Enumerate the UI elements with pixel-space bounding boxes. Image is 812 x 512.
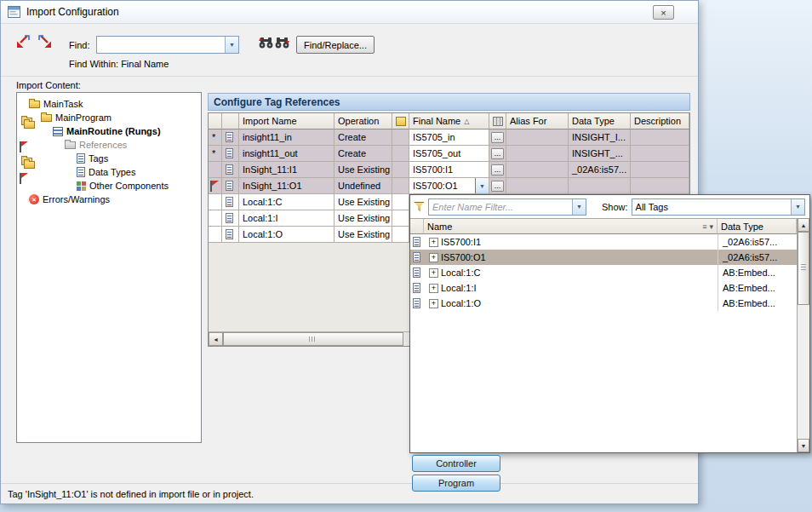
toolbar-separator [1, 76, 698, 77]
cell-description[interactable] [631, 146, 689, 162]
scrollbar-thumb[interactable] [223, 332, 403, 346]
tag-row[interactable]: * insight11_in Create IS5705_in ... INSI… [209, 129, 689, 146]
cell-alias-for[interactable] [506, 178, 569, 194]
cell-operation[interactable]: Use Existing [335, 194, 392, 210]
tag-browser-row[interactable]: +Local:1:C AB:Embed... [410, 265, 797, 280]
column-data-type[interactable]: Data Type [569, 113, 631, 129]
tree-item-data-types[interactable]: Data Types [17, 165, 201, 179]
status-bar: Tag 'InSight_11:O1' is not defined in im… [1, 483, 698, 503]
cell-import-name[interactable]: InSight_11:O1 [239, 178, 335, 194]
tag-browser-row[interactable]: +Local:1:O AB:Embed... [410, 296, 797, 311]
scroll-down-icon[interactable] [798, 439, 809, 452]
tree-item-errors-warnings[interactable]: Errors/Warnings [17, 193, 201, 206]
expand-icon[interactable]: + [429, 268, 438, 278]
expand-icon[interactable]: + [429, 253, 438, 262]
tree-item-references[interactable]: References [17, 138, 201, 152]
cell-alias-for[interactable] [506, 129, 569, 146]
cell-import-name[interactable]: insight11_in [239, 129, 335, 146]
browse-button[interactable]: ... [491, 164, 504, 175]
cell-operation[interactable]: Use Existing [335, 162, 392, 178]
scroll-up-icon[interactable] [798, 218, 809, 232]
cell-final-name[interactable]: IS5700:I1 [409, 162, 489, 178]
column-operation[interactable]: Operation [335, 113, 392, 129]
tag-row-with-error[interactable]: InSight_11:O1 Undefined IS5700:O1 ... [209, 178, 689, 194]
controller-button[interactable]: Controller [412, 455, 500, 472]
expand-icon[interactable]: + [429, 299, 438, 308]
tag-row[interactable]: * insight11_out Create IS5705_out ... IN… [209, 146, 689, 162]
tag-browser-row[interactable]: +IS5700:I1 _02A6:is57... [410, 234, 797, 250]
tag-list-header: Name ≡ ▾ Data Type [410, 219, 797, 234]
tree-item-other-components[interactable]: Other Components [17, 179, 201, 193]
cell-final-name[interactable]: IS5705_in [409, 129, 489, 146]
find-previous-icon[interactable] [259, 36, 273, 49]
tag-browser-row[interactable]: +Local:1:I AB:Embed... [410, 280, 797, 296]
tree-item-mainprogram[interactable]: MainProgram [17, 111, 201, 124]
column-final-name[interactable]: Final Name △ [409, 113, 489, 129]
column-description[interactable]: Description [631, 113, 689, 129]
cell-description[interactable] [631, 162, 689, 178]
find-input[interactable] [97, 40, 225, 50]
program-button[interactable]: Program [412, 475, 500, 492]
column-name[interactable]: Name ≡ ▾ [424, 219, 718, 234]
final-name-combobox[interactable]: IS5700:O1 [409, 178, 489, 194]
column-options-icon[interactable]: ≡ [702, 222, 706, 231]
cell-alias-for[interactable] [506, 146, 569, 162]
cell-data-type[interactable] [569, 178, 631, 194]
cell-import-name[interactable]: Local:1:C [239, 194, 335, 210]
cell-description[interactable] [631, 178, 689, 194]
browse-button[interactable]: ... [491, 181, 504, 192]
cell-import-name[interactable]: Local:1:O [239, 227, 335, 243]
show-dropdown-arrow-icon[interactable] [791, 199, 804, 215]
tag-icon [226, 164, 233, 175]
cell-operation[interactable]: Create [335, 129, 392, 146]
browse-button[interactable]: ... [491, 148, 504, 159]
browse-column-icon [493, 117, 503, 126]
cell-alias-for[interactable] [506, 162, 569, 178]
show-combobox[interactable]: All Tags [632, 198, 805, 216]
cell-description[interactable] [631, 129, 689, 146]
expand-icon[interactable]: + [429, 238, 438, 247]
cell-operation[interactable]: Use Existing [335, 227, 392, 243]
error-flag-icon [209, 181, 219, 192]
tree-item-maintask[interactable]: MainTask [17, 97, 201, 111]
cell-import-name[interactable]: insight11_out [239, 146, 335, 162]
column-data-type[interactable]: Data Type [718, 219, 797, 234]
import-arrows-icon[interactable] [14, 33, 31, 50]
find-dropdown-arrow-icon[interactable] [225, 37, 238, 53]
panel-title: Configure Tag References [208, 93, 690, 111]
folder-icon [29, 101, 40, 108]
sort-icon[interactable]: ▾ [709, 222, 713, 231]
cell-import-name[interactable]: Local:1:I [239, 210, 335, 227]
cell-operation[interactable]: Create [335, 146, 392, 162]
tree-item-tags[interactable]: Tags [17, 152, 201, 165]
cell-import-name[interactable]: InSight_11:I1 [239, 162, 335, 178]
find-combobox[interactable] [96, 36, 239, 54]
app-icon [8, 6, 20, 18]
find-replace-button[interactable]: Find/Replace... [296, 36, 375, 54]
scrollbar-thumb[interactable] [798, 232, 809, 305]
tag-row[interactable]: InSight_11:I1 Use Existing IS5700:I1 ...… [209, 162, 689, 178]
cell-operation[interactable]: Use Existing [335, 210, 392, 227]
filter-dropdown-arrow-icon[interactable] [572, 199, 586, 215]
column-alias-for[interactable]: Alias For [506, 113, 569, 129]
vertical-scrollbar[interactable] [797, 218, 809, 452]
tag-browser-row-selected[interactable]: +IS5700:O1 _02A6:is57... [410, 250, 797, 265]
cell-operation[interactable]: Undefined [335, 178, 392, 194]
column-import-name[interactable]: Import Name [239, 113, 335, 129]
name-filter-input[interactable] [429, 202, 572, 212]
cell-data-type[interactable]: INSIGHT_... [569, 146, 631, 162]
cell-data-type[interactable]: INSIGHT_I... [569, 129, 631, 146]
browse-button[interactable]: ... [491, 132, 504, 143]
final-name-dropdown-button[interactable] [475, 178, 489, 193]
tag-list: Name ≡ ▾ Data Type +IS5700:I1 _02A6:is57… [410, 218, 809, 452]
export-arrows-icon[interactable] [37, 33, 54, 50]
name-filter-combobox[interactable] [428, 198, 586, 216]
expand-icon[interactable]: + [429, 284, 438, 293]
status-message: Tag 'InSight_11:O1' is not defined in im… [8, 489, 254, 499]
tree-item-mainroutine[interactable]: MainRoutine (Rungs) [17, 124, 201, 138]
find-next-icon[interactable] [275, 36, 289, 49]
scroll-left-icon[interactable] [209, 332, 223, 346]
cell-data-type[interactable]: _02A6:is57... [569, 162, 631, 178]
close-button[interactable]: × [653, 5, 674, 20]
cell-final-name[interactable]: IS5705_out [409, 146, 489, 162]
